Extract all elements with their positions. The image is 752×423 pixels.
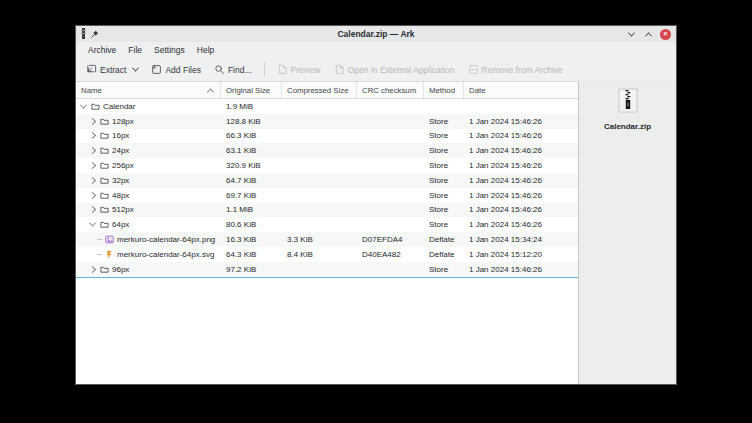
name-cell: 64px (76, 217, 221, 232)
name-cell: 512px (76, 203, 221, 218)
table-row[interactable]: 128px128.8 KiBStore1 Jan 2024 15:46:26 (76, 114, 578, 129)
name-cell: merkuro-calendar-64px.png (76, 232, 221, 247)
compressed-size-cell (282, 99, 357, 114)
expander-icon[interactable] (88, 163, 97, 168)
menu-archive[interactable]: Archive (82, 45, 122, 55)
menu-help[interactable]: Help (191, 45, 220, 55)
entry-name: 24px (112, 146, 129, 155)
menu-settings[interactable]: Settings (148, 45, 191, 55)
column-header-original-size[interactable]: Original Size (221, 82, 282, 98)
expander-icon[interactable] (88, 222, 97, 227)
crc-checksum-cell (357, 188, 424, 203)
method-cell: Store (424, 143, 464, 158)
table-row[interactable]: 256px320.9 KiBStore1 Jan 2024 15:46:26 (76, 158, 578, 173)
expander-icon[interactable] (88, 148, 97, 153)
pin-icon[interactable] (90, 25, 99, 43)
compressed-size-cell (282, 143, 357, 158)
method-cell: Store (424, 173, 464, 188)
open-external-icon (334, 64, 345, 75)
name-cell: 16px (76, 129, 221, 144)
compressed-size-cell (282, 203, 357, 218)
expander-icon[interactable] (88, 267, 97, 272)
folder-icon (100, 220, 109, 229)
table-row[interactable]: 24px63.1 KiBStore1 Jan 2024 15:46:26 (76, 143, 578, 158)
expander-icon[interactable] (79, 104, 88, 109)
expander-icon[interactable] (88, 178, 97, 183)
expander-icon[interactable] (88, 207, 97, 212)
name-cell: 48px (76, 188, 221, 203)
table-row[interactable]: merkuro-calendar-64px.png16.3 KiB3.3 KiB… (76, 232, 578, 247)
original-size-cell: 1.1 MiB (221, 203, 282, 218)
method-cell: Store (424, 114, 464, 129)
column-header-name[interactable]: Name (76, 82, 221, 98)
crc-checksum-cell (357, 129, 424, 144)
entry-name: 32px (112, 176, 129, 185)
entry-name: 256px (112, 161, 134, 170)
column-header-compressed-size[interactable]: Compressed Size (282, 82, 357, 98)
close-button[interactable]: × (660, 29, 671, 40)
entry-name: 512px (112, 205, 134, 214)
expander-icon[interactable] (88, 193, 97, 198)
date-cell: 1 Jan 2024 15:46:26 (464, 173, 578, 188)
folder-icon (100, 161, 109, 170)
maximize-button[interactable] (643, 29, 654, 40)
remove-from-archive-button: Remove from Archive (462, 61, 569, 78)
column-header-date[interactable]: Date (464, 82, 578, 98)
minimize-button[interactable] (626, 29, 637, 40)
add-files-button[interactable]: Add Files (145, 61, 206, 78)
entry-name: 128px (112, 117, 134, 126)
table-row[interactable]: 48px69.7 KiBStore1 Jan 2024 15:46:26 (76, 188, 578, 203)
crc-checksum-cell: D07EFDA4 (357, 232, 424, 247)
table-row[interactable]: 16px66.3 KiBStore1 Jan 2024 15:46:26 (76, 129, 578, 144)
original-size-cell: 63.1 KiB (221, 143, 282, 158)
extract-icon (86, 64, 97, 75)
table-row[interactable]: 64px80.6 KiBStore1 Jan 2024 15:46:26 (76, 217, 578, 232)
table-row[interactable]: Calendar1.9 MiB (76, 99, 578, 114)
entry-name: merkuro-calendar-64px.png (117, 235, 215, 244)
table-row[interactable]: merkuro-calendar-64px.svg64.3 KiB8.4 KiB… (76, 247, 578, 262)
name-cell: 256px (76, 158, 221, 173)
name-cell: 96px (76, 262, 221, 277)
name-cell: 32px (76, 173, 221, 188)
method-cell: Deflate (424, 232, 464, 247)
folder-icon (100, 205, 109, 214)
svg-image-icon (105, 250, 114, 259)
open-in-external-application-button: Open in External Application (328, 61, 461, 78)
table-row[interactable]: 96px97.2 KiBStore1 Jan 2024 15:46:26 (76, 262, 578, 278)
table-row[interactable]: 32px64.7 KiBStore1 Jan 2024 15:46:26 (76, 173, 578, 188)
entry-name: 16px (112, 131, 129, 140)
window-title: Calendar.zip — Ark (76, 29, 676, 39)
expander-icon[interactable] (88, 133, 97, 138)
original-size-cell: 1.9 MiB (221, 99, 282, 114)
table-rows: Calendar1.9 MiB128px128.8 KiBStore1 Jan … (76, 99, 578, 384)
titlebar[interactable]: Calendar.zip — Ark × (76, 26, 676, 42)
folder-icon (100, 265, 109, 274)
compressed-size-cell (282, 217, 357, 232)
entry-name: 64px (112, 220, 129, 229)
chevron-down-icon[interactable] (132, 65, 139, 72)
entry-name: merkuro-calendar-64px.svg (117, 250, 214, 259)
find-button[interactable]: Find... (208, 61, 258, 78)
info-panel: Calendar.zip (578, 81, 676, 384)
column-header-method[interactable]: Method (424, 82, 464, 98)
method-cell: Store (424, 262, 464, 277)
original-size-cell: 97.2 KiB (221, 262, 282, 277)
toolbar-button-label: Remove from Archive (482, 65, 563, 75)
table-row[interactable]: 512px1.1 MiBStore1 Jan 2024 15:46:26 (76, 203, 578, 218)
extract-button[interactable]: Extract (80, 61, 144, 78)
entry-name: Calendar (103, 102, 135, 111)
compressed-size-cell (282, 158, 357, 173)
compressed-size-cell (282, 262, 357, 277)
archive-tree-view[interactable]: NameOriginal SizeCompressed SizeCRC chec… (76, 81, 578, 384)
method-cell: Deflate (424, 247, 464, 262)
add-files-icon (151, 64, 162, 75)
date-cell: 1 Jan 2024 15:46:26 (464, 114, 578, 129)
column-header-crc-checksum[interactable]: CRC checksum (357, 82, 424, 98)
expander-icon[interactable] (88, 119, 97, 124)
crc-checksum-cell (357, 99, 424, 114)
original-size-cell: 80.6 KiB (221, 217, 282, 232)
original-size-cell: 128.8 KiB (221, 114, 282, 129)
compressed-size-cell: 3.3 KiB (282, 232, 357, 247)
date-cell: 1 Jan 2024 15:12:20 (464, 247, 578, 262)
menu-file[interactable]: File (122, 45, 148, 55)
